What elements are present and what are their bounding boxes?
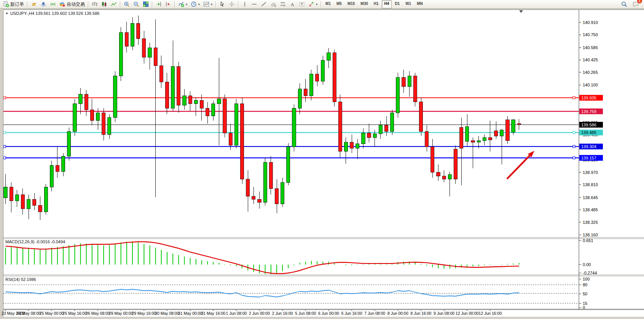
new-order-button[interactable]: 新订单	[2, 0, 26, 8]
indicators-button[interactable]: ▾	[177, 0, 189, 8]
line-handle[interactable]	[3, 131, 6, 134]
candle-chart-icon	[101, 1, 107, 7]
time-tick-label: 5 Jun 08:00	[295, 311, 316, 316]
tab-timeframe-H4[interactable]: H4	[382, 0, 392, 8]
candle-body	[373, 134, 376, 137]
channel-icon: E	[270, 1, 276, 7]
candle-body	[391, 113, 394, 131]
templates-button[interactable]: ▾	[202, 0, 214, 8]
candle-body	[350, 142, 354, 148]
text-label-button[interactable]: T	[297, 0, 306, 8]
time-tick-label: 12 Jun 16:00	[479, 311, 502, 316]
tab-timeframe-H1[interactable]: H1	[371, 0, 381, 8]
tile-windows-icon	[143, 1, 149, 7]
bar-chart-icon	[92, 1, 98, 7]
candle-body	[113, 76, 117, 118]
autotrading-button[interactable]: 自动交易	[58, 0, 86, 8]
candle-body	[159, 66, 163, 82]
arrows-button[interactable]: ▾	[307, 0, 319, 8]
chart-dropdown-caret[interactable]: ▼	[5, 12, 8, 15]
tab-timeframe-MN[interactable]: MN	[414, 0, 426, 8]
auto-scroll-icon	[156, 1, 162, 7]
chart-shift-button[interactable]	[164, 0, 173, 8]
equidistant-channel-button[interactable]: E	[269, 0, 278, 8]
svg-text:0.651: 0.651	[583, 238, 593, 243]
time-tick-label: 25 May 00:00	[40, 311, 64, 316]
cursor-button[interactable]	[218, 0, 227, 8]
search-button[interactable]	[620, 0, 629, 8]
community-button[interactable]	[39, 0, 48, 8]
toolbar-separator	[152, 1, 153, 8]
candle-body	[154, 48, 157, 66]
candle-body	[212, 104, 215, 116]
chart-canvas[interactable]: 140.910140.750140.585140.425140.265140.1…	[0, 9, 644, 319]
line-handle[interactable]	[3, 157, 6, 159]
line-handle[interactable]	[573, 97, 575, 99]
candle-body	[119, 32, 123, 76]
tab-timeframe-M1[interactable]: M1	[323, 0, 333, 8]
chevron-down-icon: ▾	[316, 3, 317, 6]
candle-body	[367, 133, 371, 137]
price-tick-label: 140.750	[583, 32, 598, 37]
tab-timeframe-M30[interactable]: M30	[358, 0, 370, 8]
vertical-line-button[interactable]	[240, 0, 249, 8]
line-handle[interactable]	[3, 97, 6, 99]
tile-windows-button[interactable]	[141, 0, 150, 8]
candle-body	[44, 187, 48, 212]
candle-body	[304, 89, 307, 96]
price-tick-label: 138.645	[583, 195, 598, 200]
line-handle[interactable]	[3, 145, 6, 148]
horizontal-line-button[interactable]	[250, 0, 259, 8]
line-handle[interactable]	[573, 131, 575, 134]
tab-timeframe-W1[interactable]: W1	[403, 0, 414, 8]
candle-body	[344, 142, 348, 152]
periods-button[interactable]: ▾	[189, 0, 201, 8]
toolbar-separator	[215, 1, 216, 8]
candle-body	[263, 162, 267, 203]
candle-body	[287, 147, 290, 182]
line-chart-button[interactable]	[109, 0, 118, 8]
trendline-button[interactable]	[259, 0, 268, 8]
price-badge-label: 139.586	[581, 123, 596, 127]
text-button[interactable]: A	[288, 0, 297, 8]
new-order-button-label: 新订单	[10, 1, 24, 8]
tab-timeframe-M5[interactable]: M5	[334, 0, 344, 8]
candle-body	[258, 199, 261, 203]
price-tick-label: 138.485	[583, 207, 598, 212]
signals-button[interactable]	[48, 0, 57, 8]
line-handle[interactable]	[573, 157, 575, 159]
tab-timeframe-D1[interactable]: D1	[392, 0, 402, 8]
crosshair-button[interactable]	[227, 0, 236, 8]
candle-body	[483, 137, 486, 140]
search-icon	[621, 1, 627, 7]
candle-body	[102, 113, 105, 134]
indicators-icon	[178, 1, 184, 7]
time-tick-label: 31 May 16:00	[201, 311, 225, 316]
candle-body	[15, 195, 19, 201]
deposit-button[interactable]	[29, 0, 38, 8]
auto-scroll-button[interactable]	[154, 0, 163, 8]
candle-body	[465, 127, 469, 142]
toolbar-separator	[88, 1, 89, 8]
candle-body	[356, 144, 359, 148]
fibonacci-button[interactable]: F	[278, 0, 287, 8]
zoom-in-icon	[124, 1, 130, 7]
candle-body	[454, 149, 457, 179]
svg-text:-0.2744: -0.2744	[583, 271, 597, 275]
candle-body	[384, 125, 388, 131]
notification-badge: 1	[637, 0, 642, 3]
candle-body	[194, 100, 198, 104]
candle-chart-button[interactable]	[100, 0, 109, 8]
zoom-in-button[interactable]	[122, 0, 131, 8]
time-tick-label: 25 May 16:00	[63, 311, 87, 316]
candle-body	[229, 133, 232, 145]
line-handle[interactable]	[573, 145, 575, 148]
bar-chart-button[interactable]	[90, 0, 99, 8]
time-tick-label: 2 Jun 00:00	[249, 311, 270, 316]
candle-body	[96, 113, 99, 120]
zoom-out-button[interactable]	[132, 0, 141, 8]
time-tick-label: 29 May 16:00	[132, 311, 156, 316]
chat-button[interactable]: 1	[631, 0, 640, 8]
tab-timeframe-M15[interactable]: M15	[345, 0, 357, 8]
toolbar-separator	[27, 1, 28, 8]
